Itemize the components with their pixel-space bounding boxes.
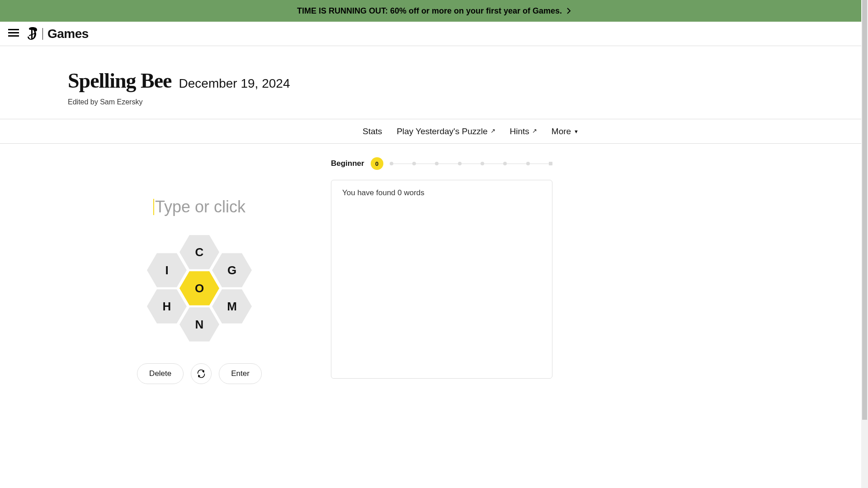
rank-tick [526,162,530,165]
brand-divider [42,28,43,40]
caret-down-icon: ▼ [574,129,579,134]
stats-link[interactable]: Stats [363,127,382,136]
rank-tick [481,162,484,165]
svg-rect-1 [8,32,19,33]
svg-rect-0 [8,29,19,30]
rank-row[interactable]: Beginner 0 [331,157,552,170]
game-date: December 19, 2024 [179,76,290,91]
rank-tick [503,162,507,165]
hints-link[interactable]: Hints ↗ [510,127,537,136]
external-link-icon: ↗ [491,127,495,134]
scrollbar[interactable] [861,0,868,488]
progress-panel: Beginner 0 You have found 0 word [331,157,552,384]
nyt-t-icon [27,27,38,41]
rank-tick [390,162,393,165]
hamburger-icon [8,28,19,38]
stats-label: Stats [363,127,382,136]
shuffle-button[interactable] [191,363,212,384]
delete-label: Delete [149,369,171,378]
rank-tick [458,162,462,165]
game-panel: Type or click C G M N H [0,157,331,384]
score-value: 0 [375,160,378,167]
svg-rect-2 [8,35,19,37]
chevron-right-icon [566,8,571,14]
byline: Edited by Sam Ezersky [68,98,868,106]
rank-tick-final [549,162,552,165]
promo-text: TIME IS RUNNING OUT: 60% off or more on … [297,6,562,16]
more-label: More [552,127,571,136]
yesterday-label: Play Yesterday's Puzzle [396,127,487,136]
enter-label: Enter [231,369,250,378]
rank-track [390,161,552,166]
controls: Delete Enter [137,363,262,384]
external-link-icon: ↗ [532,127,537,134]
menu-button[interactable] [8,28,19,39]
hints-label: Hints [510,127,529,136]
word-input[interactable]: Type or click [153,196,245,218]
brand-word: Games [47,27,89,41]
enter-button[interactable]: Enter [219,363,262,384]
svg-marker-9 [179,271,219,305]
rank-tick [435,162,439,165]
app-bar: Games [0,22,868,46]
rank-tick [412,162,416,165]
shuffle-icon [196,369,206,379]
found-summary: You have found 0 words [342,188,425,197]
game-title: Spelling Bee [68,69,172,93]
brand[interactable]: Games [27,27,89,41]
hex-center[interactable]: O [179,271,219,305]
title-block: Spelling Bee December 19, 2024 Edited by… [0,46,868,119]
subnav: Stats Play Yesterday's Puzzle ↗ Hints ↗ … [0,119,868,144]
found-words-box[interactable]: You have found 0 words [331,180,552,379]
input-placeholder: Type or click [155,197,245,216]
main: Type or click C G M N H [0,144,868,384]
track-ticks [390,161,552,166]
promo-banner[interactable]: TIME IS RUNNING OUT: 60% off or more on … [0,0,868,22]
rank-label: Beginner [331,159,364,168]
delete-button[interactable]: Delete [137,363,184,384]
scrollbar-thumb[interactable] [862,0,867,420]
score-marker: 0 [371,157,383,170]
hive: C G M N H I O [141,230,258,347]
more-menu[interactable]: More ▼ [552,127,579,136]
text-cursor [153,199,154,215]
yesterday-link[interactable]: Play Yesterday's Puzzle ↗ [396,127,495,136]
